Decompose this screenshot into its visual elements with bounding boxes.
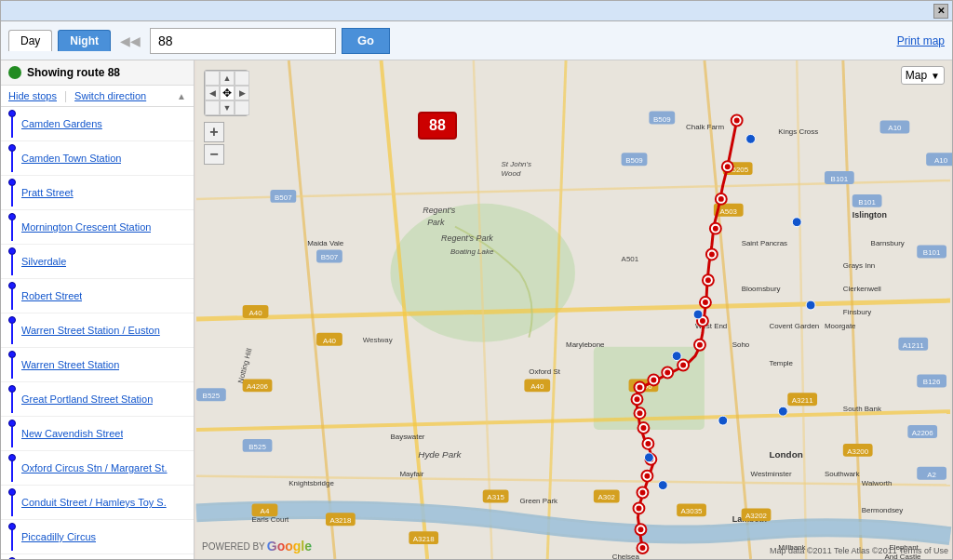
svg-text:Finsbury: Finsbury: [843, 308, 871, 316]
hide-stops-link[interactable]: Hide stops: [8, 90, 57, 101]
map-type-selector[interactable]: Map ▼: [901, 66, 945, 85]
zoom-in-button[interactable]: +: [204, 122, 224, 142]
svg-text:Hyde Park: Hyde Park: [418, 449, 462, 460]
svg-text:Chelsea: Chelsea: [196, 557, 224, 559]
stop-name: Pratt Street: [21, 187, 74, 198]
svg-text:A3200: A3200: [847, 447, 869, 456]
bus-icon: [8, 66, 21, 79]
svg-text:Marylebone: Marylebone: [566, 340, 605, 349]
stop-item[interactable]: Mornington Crescent Station: [1, 210, 194, 245]
svg-text:Grays Inn: Grays Inn: [843, 261, 875, 270]
svg-text:Wood: Wood: [502, 169, 521, 178]
svg-text:Knightsbridge: Knightsbridge: [289, 479, 334, 487]
svg-text:A4: A4: [261, 507, 270, 515]
svg-point-163: [778, 407, 787, 416]
svg-text:Southwark: Southwark: [825, 470, 860, 478]
svg-text:A2206: A2206: [912, 429, 934, 437]
svg-text:A3035: A3035: [681, 507, 704, 515]
svg-text:Oxford St: Oxford St: [529, 367, 560, 376]
svg-point-115: [725, 164, 731, 169]
svg-text:A315: A315: [487, 493, 504, 501]
svg-text:Clerkenwell: Clerkenwell: [843, 285, 881, 293]
day-tab[interactable]: Day: [8, 30, 52, 51]
close-button[interactable]: ✕: [933, 4, 948, 19]
svg-point-157: [639, 545, 645, 551]
route-input[interactable]: [150, 28, 336, 54]
stop-name: Warren Street Station / Euston: [21, 325, 160, 336]
sidebar-scroll-up[interactable]: ▲: [177, 91, 186, 101]
svg-point-131: [680, 363, 686, 368]
stop-item[interactable]: Haymarket: [1, 554, 194, 559]
svg-text:Maida Vale: Maida Vale: [307, 239, 344, 247]
stop-name: Camden Gardens: [21, 118, 102, 129]
print-map-link[interactable]: Print map: [897, 34, 945, 47]
svg-text:Boating Lake: Boating Lake: [450, 247, 494, 256]
nav-center-button[interactable]: ✥: [220, 86, 235, 100]
svg-text:Regent's: Regent's: [423, 206, 455, 215]
stop-item[interactable]: Warren Street Station / Euston: [1, 313, 194, 348]
nav-left-button[interactable]: ◀: [205, 86, 220, 100]
svg-point-113: [734, 118, 740, 124]
svg-text:A503: A503: [719, 207, 737, 216]
map-type-label: Map: [906, 69, 927, 82]
svg-point-149: [644, 473, 650, 479]
svg-point-153: [636, 505, 641, 511]
stop-item[interactable]: Conduit Street / Hamleys Toy S.: [1, 486, 194, 520]
go-button[interactable]: Go: [342, 28, 390, 54]
map-nav-control: ▲ ◀ ✥ ▶ ▼: [204, 70, 248, 116]
svg-point-121: [709, 251, 715, 257]
stop-item[interactable]: Camden Town Station: [1, 141, 194, 176]
svg-point-158: [693, 310, 703, 319]
nav-back-arrows: ◀◀: [120, 33, 141, 48]
nav-top-left: [205, 71, 220, 86]
svg-text:A1211: A1211: [903, 341, 925, 350]
svg-text:Moorgate: Moorgate: [825, 322, 856, 330]
nav-up-button[interactable]: ▲: [220, 71, 235, 86]
svg-point-127: [700, 318, 705, 324]
nav-down-button[interactable]: ▼: [220, 100, 235, 115]
stop-item[interactable]: Pratt Street: [1, 176, 194, 210]
svg-text:Green Park: Green Park: [519, 497, 557, 505]
svg-point-133: [664, 370, 670, 376]
svg-point-161: [792, 218, 801, 227]
stop-name: Piccadilly Circus: [21, 531, 96, 542]
svg-text:B101: B101: [831, 175, 849, 183]
stop-item[interactable]: Camden Gardens: [1, 107, 194, 141]
stop-item[interactable]: New Cavendish Street: [1, 417, 194, 451]
map-attribution: Map data ©2011 Tele Atlas ©2011 Terms of…: [770, 546, 948, 555]
svg-point-145: [645, 441, 651, 447]
zoom-out-button[interactable]: −: [204, 144, 224, 165]
map-area[interactable]: Chalk Farm Kings Cross Islington Moorgat…: [195, 60, 952, 559]
svg-point-123: [705, 277, 711, 283]
svg-text:Walworth: Walworth: [862, 479, 893, 487]
svg-point-162: [806, 300, 815, 310]
svg-point-125: [703, 300, 708, 305]
svg-text:Victoria: Victoria: [474, 557, 499, 559]
night-tab[interactable]: Night: [58, 30, 111, 51]
svg-text:London: London: [769, 449, 802, 460]
nav-bottom-right: [235, 100, 249, 115]
svg-text:A10: A10: [888, 124, 902, 132]
stop-item[interactable]: Robert Street: [1, 279, 194, 313]
stop-name: Warren Street Station: [21, 359, 119, 370]
svg-point-164: [718, 416, 728, 425]
sidebar-controls: Hide stops | Switch direction ▲: [1, 86, 194, 107]
nav-right-button[interactable]: ▶: [235, 86, 249, 100]
switch-direction-link[interactable]: Switch direction: [74, 90, 146, 101]
svg-point-119: [713, 226, 718, 232]
stop-item[interactable]: Warren Street Station: [1, 348, 194, 382]
svg-point-160: [746, 134, 756, 143]
svg-point-129: [697, 342, 703, 348]
nav-top-right: [235, 71, 249, 86]
svg-text:B525: B525: [248, 443, 266, 451]
stop-item[interactable]: Oxford Circus Stn / Margaret St.: [1, 451, 194, 486]
map-top-controls: Map ▼: [901, 66, 945, 85]
stop-item[interactable]: Silverdale: [1, 245, 194, 279]
nav-center-icon: ✥: [222, 87, 232, 100]
powered-by: POWERED BY Google: [202, 539, 312, 553]
svg-point-151: [639, 490, 645, 496]
stop-item[interactable]: Great Portland Street Station: [1, 382, 194, 417]
svg-text:South Bank: South Bank: [843, 405, 881, 413]
stop-name: Silverdale: [21, 256, 66, 267]
stop-item[interactable]: Piccadilly Circus: [1, 520, 194, 554]
